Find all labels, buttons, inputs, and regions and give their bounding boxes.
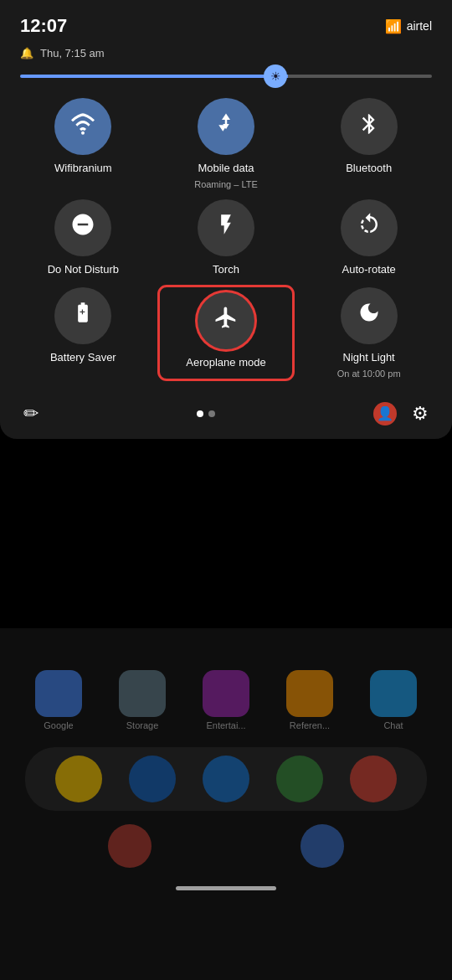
date-time-label: Thu, 7:15 am (40, 47, 105, 59)
list-item: Referen... (286, 670, 333, 730)
tile-torch[interactable]: Torch (160, 199, 293, 277)
tile-circle-mobile-data[interactable] (198, 98, 254, 155)
brightness-thumb[interactable]: ☀ (264, 64, 287, 88)
app-icon-google (35, 670, 82, 717)
tile-label-autorotate: Auto-rotate (342, 263, 396, 277)
list-item: Storage (119, 670, 166, 730)
dock-icon-phone (129, 756, 176, 802)
tile-autorotate[interactable]: Auto-rotate (302, 199, 435, 277)
tile-mobile-data[interactable]: Mobile data Roaming – LTE (160, 98, 293, 189)
tile-night-light[interactable]: Night Light On at 10:00 pm (302, 287, 435, 379)
user-icon[interactable]: 👤 (373, 402, 397, 426)
tile-label-battery: Battery Saver (50, 351, 116, 365)
tile-sublabel-night-light: On at 10:00 pm (337, 369, 401, 379)
app-label: Storage (126, 720, 159, 730)
notification-row: 🔔 Thu, 7:15 am (0, 44, 452, 68)
torch-icon (214, 213, 238, 242)
autorotate-icon (357, 212, 382, 243)
dock-icon-chrome (350, 756, 397, 802)
aeroplane-icon (213, 305, 239, 336)
tile-circle-aeroplane[interactable] (198, 292, 254, 349)
list-item: Google (35, 670, 82, 730)
carrier-label: airtel (407, 19, 432, 33)
battery-saver-icon (71, 301, 95, 330)
tile-circle-torch[interactable] (198, 199, 254, 256)
app-icon-ref (286, 670, 333, 717)
signal-icon: 📶 (385, 18, 402, 34)
tile-battery-saver[interactable]: Battery Saver (17, 287, 150, 379)
dock-icon-contacts (203, 756, 249, 802)
tile-label-bluetooth: Bluetooth (346, 162, 392, 176)
tile-circle-battery[interactable] (54, 287, 111, 344)
app-icon-chat (370, 670, 417, 717)
app-label: Google (44, 720, 73, 730)
status-right: 📶 airtel (385, 18, 432, 34)
edit-icon[interactable]: ✏ (23, 403, 39, 425)
mobile-data-icon (213, 111, 239, 142)
app-label: Entertai... (206, 720, 245, 730)
quick-settings-panel: 12:07 📶 airtel 🔔 Thu, 7:15 am ☀ (0, 0, 452, 439)
dock-icon-messages (276, 756, 323, 802)
qs-bottom-bar: ✏ 👤 ⚙ (0, 392, 452, 439)
alarm-icon: 🔔 (20, 47, 33, 59)
tile-dnd[interactable]: Do Not Disturb (17, 199, 150, 277)
list-item: Chat (370, 670, 417, 730)
page-dots (197, 410, 215, 417)
app-label: Chat (383, 720, 403, 730)
app-row-1: Google Storage Entertai... Referen... Ch… (8, 662, 444, 739)
tile-circle-bluetooth[interactable] (341, 98, 398, 155)
tile-label-night-light: Night Light (343, 351, 395, 365)
moon-icon (357, 301, 381, 330)
wifi-icon (69, 111, 96, 143)
brightness-control[interactable]: ☀ (0, 68, 452, 91)
list-item: Entertai... (203, 670, 249, 730)
tile-wifi[interactable]: Wifibranium (17, 98, 150, 189)
app-icon-entertain (203, 670, 249, 717)
sun-icon: ☀ (270, 70, 281, 83)
tile-label-aeroplane: Aeroplane mode (186, 356, 265, 370)
tile-circle-dnd[interactable] (54, 199, 111, 256)
home-screen: Google Storage Entertai... Referen... Ch… (0, 653, 452, 899)
brightness-slider[interactable]: ☀ (20, 75, 432, 78)
tile-label-mobile: Mobile data (198, 162, 254, 176)
tile-label-torch: Torch (213, 263, 239, 277)
status-bar: 12:07 📶 airtel (0, 0, 452, 44)
app-icon-storage (119, 670, 166, 717)
dot-2 (208, 410, 215, 417)
dock (25, 747, 427, 811)
settings-icon[interactable]: ⚙ (412, 403, 429, 425)
dot-1 (197, 410, 203, 417)
bluetooth-icon (357, 112, 381, 142)
tile-label-wifi: Wifibranium (54, 162, 112, 176)
tile-circle-autorotate[interactable] (341, 199, 398, 256)
tile-aeroplane-mode[interactable]: Aeroplane mode (160, 287, 293, 379)
home-indicator (176, 886, 276, 890)
quick-tiles-grid: Wifibranium Mobile data Roaming – LTE (0, 91, 452, 392)
bottom-icon-google (108, 824, 152, 868)
dnd-icon (70, 212, 95, 243)
app-label: Referen... (290, 720, 330, 730)
tile-sublabel-mobile: Roaming – LTE (194, 179, 258, 189)
bottom-icon-other (300, 824, 344, 868)
tile-label-dnd: Do Not Disturb (48, 263, 119, 277)
tile-circle-wifi[interactable] (54, 98, 111, 155)
svg-point-0 (81, 131, 85, 134)
dock-icon-snapchat (55, 756, 102, 802)
tile-bluetooth[interactable]: Bluetooth (302, 98, 435, 189)
tile-circle-night-light[interactable] (341, 287, 398, 344)
status-time: 12:07 (20, 15, 67, 37)
